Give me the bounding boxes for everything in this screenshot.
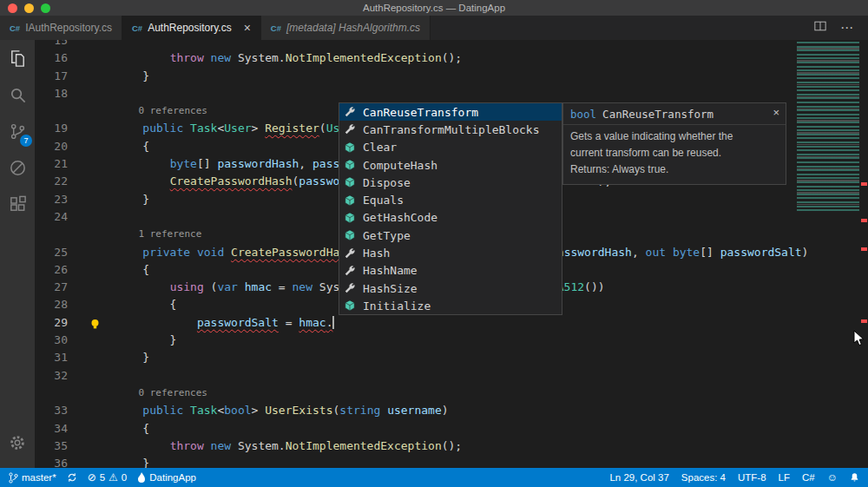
line-number[interactable]: 16 — [35, 49, 68, 67]
tab-2[interactable]: C#AuthRepository.cs× — [122, 16, 261, 40]
code-text[interactable]: throw new System.NotImplementedException… — [68, 438, 462, 455]
code-text[interactable]: } — [68, 191, 149, 208]
code-line: 31 } — [35, 349, 868, 366]
code-text[interactable] — [68, 85, 115, 102]
code-text[interactable]: { — [68, 420, 149, 438]
extensions-icon[interactable] — [0, 186, 35, 222]
line-number[interactable]: 34 — [35, 420, 68, 438]
close-tab-icon[interactable]: × — [244, 22, 251, 34]
source-control-icon[interactable]: 7 — [0, 113, 35, 149]
line-number[interactable]: 30 — [35, 332, 68, 349]
line-number[interactable]: 33 — [35, 402, 68, 419]
suggest-item-Clear[interactable]: Clear — [339, 139, 562, 156]
error-mark — [861, 182, 867, 186]
git-branch-indicator[interactable]: master* — [9, 472, 56, 484]
docs-signature-name: CanReuseTransform — [602, 108, 713, 121]
error-count: 5 — [100, 472, 105, 483]
codelens[interactable]: 1 reference — [68, 226, 201, 243]
suggest-item-CanReuseTransform[interactable]: CanReuseTransform — [339, 103, 562, 121]
suggest-item-GetHashCode[interactable]: GetHashCode — [339, 209, 562, 227]
line-number[interactable]: 35 — [35, 438, 68, 455]
suggest-item-Hash[interactable]: Hash — [339, 244, 562, 261]
codelens[interactable]: 0 references — [68, 102, 207, 120]
sync-icon[interactable] — [67, 472, 77, 483]
line-number[interactable]: 19 — [35, 120, 68, 137]
zoom-window-button[interactable] — [41, 3, 50, 13]
problems-indicator[interactable]: ⊘ 5 ⚠ 0 — [88, 472, 128, 483]
project-indicator[interactable]: DatingApp — [137, 472, 196, 484]
line-number[interactable]: 25 — [35, 244, 68, 261]
explorer-icon[interactable] — [0, 40, 35, 76]
code-text[interactable]: { — [68, 296, 176, 313]
docs-signature: bool CanReuseTransform — [563, 103, 786, 125]
code-text[interactable] — [68, 40, 115, 49]
code-line: 35 throw new System.NotImplementedExcept… — [35, 438, 868, 455]
line-number[interactable]: 20 — [35, 138, 68, 155]
feedback-smiley-icon[interactable]: ☺ — [827, 472, 838, 483]
line-number[interactable]: 24 — [35, 208, 68, 226]
close-window-button[interactable] — [8, 3, 17, 13]
suggest-item-GetType[interactable]: GetType — [339, 227, 562, 244]
line-number[interactable]: 15 — [35, 40, 68, 49]
settings-gear-icon[interactable] — [0, 424, 35, 461]
suggest-item-Equals[interactable]: Equals — [339, 191, 562, 208]
search-icon[interactable] — [0, 76, 35, 113]
line-number[interactable]: 32 — [35, 367, 68, 385]
editor[interactable]: 1516 throw new System.NotImplementedExce… — [35, 40, 868, 468]
code-text[interactable]: } — [68, 68, 149, 85]
method-icon — [344, 141, 357, 154]
split-editor-icon[interactable] — [814, 20, 826, 36]
line-number[interactable]: 26 — [35, 261, 68, 279]
suggest-item-HashName[interactable]: HashName — [339, 262, 562, 280]
code-text[interactable] — [68, 367, 115, 385]
suggest-item-Dispose[interactable]: Dispose — [339, 174, 562, 191]
code-line: 17 } — [35, 68, 868, 85]
line-number[interactable]: 27 — [35, 279, 68, 296]
line-number[interactable]: 21 — [35, 155, 68, 173]
status-bar-right: Ln 29, Col 37 Spaces: 4 UTF-8 LF C# ☺ — [609, 472, 859, 483]
line-number[interactable]: 23 — [35, 191, 68, 208]
tab-bar: C#IAuthRepository.csC#AuthRepository.cs×… — [0, 16, 868, 40]
line-col-indicator[interactable]: Ln 29, Col 37 — [609, 472, 668, 483]
line-number[interactable]: 22 — [35, 173, 68, 190]
notifications-bell-icon[interactable] — [850, 472, 859, 483]
code-text[interactable]: } — [68, 349, 149, 366]
suggest-item-Initialize[interactable]: Initialize — [339, 297, 562, 314]
minimize-window-button[interactable] — [24, 3, 34, 13]
encoding-indicator[interactable]: UTF-8 — [738, 472, 766, 483]
tab-1[interactable]: C#IAuthRepository.cs — [0, 16, 122, 40]
tab-label: AuthRepository.cs — [148, 22, 232, 34]
error-mark — [861, 319, 867, 323]
indent-indicator[interactable]: Spaces: 4 — [681, 472, 726, 483]
line-number[interactable]: 28 — [35, 296, 68, 313]
debug-icon[interactable] — [0, 149, 35, 186]
line-number[interactable]: 29 — [35, 314, 68, 332]
more-actions-icon[interactable]: ⋯ — [840, 20, 854, 36]
line-number[interactable]: 31 — [35, 349, 68, 366]
code-text[interactable]: public Task<bool> UserExists(string user… — [68, 402, 449, 419]
line-number[interactable]: 36 — [35, 455, 68, 468]
eol-indicator[interactable]: LF — [779, 472, 790, 483]
code-text[interactable]: { — [68, 138, 149, 155]
codelens[interactable]: 0 references — [68, 385, 207, 402]
line-number[interactable]: 17 — [35, 68, 68, 85]
code-text[interactable]: passwordSalt = hmac. — [68, 314, 334, 332]
suggest-item-CanTransformMultipleBlocks[interactable]: CanTransformMultipleBlocks — [339, 121, 562, 138]
line-number[interactable]: 18 — [35, 85, 68, 102]
close-icon[interactable]: × — [773, 106, 779, 119]
language-indicator[interactable]: C# — [802, 472, 815, 483]
overview-ruler[interactable] — [859, 40, 868, 468]
code-text[interactable]: } — [68, 455, 149, 468]
mouse-cursor — [853, 330, 865, 346]
suggest-list: CanReuseTransformCanTransformMultipleBlo… — [339, 103, 562, 315]
code-text[interactable] — [68, 208, 115, 226]
suggest-label: HashSize — [363, 282, 418, 295]
code-text[interactable]: throw new System.NotImplementedException… — [68, 49, 462, 67]
suggest-item-ComputeHash[interactable]: ComputeHash — [339, 156, 562, 174]
minimap[interactable] — [797, 42, 859, 214]
tab-3[interactable]: C#[metadata] HashAlgorithm.cs — [261, 16, 431, 40]
code-text[interactable]: } — [68, 332, 176, 349]
code-text[interactable]: { — [68, 261, 149, 279]
suggest-item-HashSize[interactable]: HashSize — [339, 280, 562, 297]
csharp-file-icon: C# — [271, 23, 281, 33]
